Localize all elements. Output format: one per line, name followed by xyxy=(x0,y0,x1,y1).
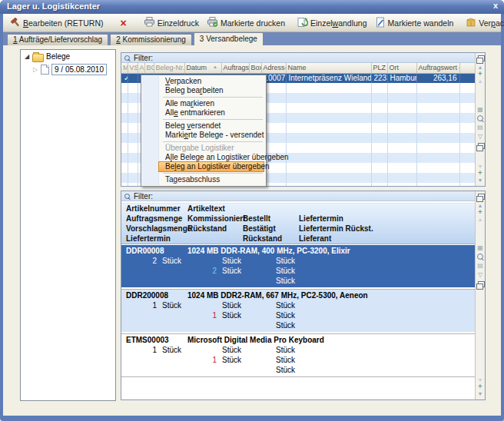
menu-item-alle-entmarkieren[interactable]: Alle entmarkieren xyxy=(142,108,265,118)
col-plz[interactable]: PLZ xyxy=(371,63,387,73)
close-icon[interactable]: x xyxy=(493,1,498,10)
cell-auftragswert: 263,16 xyxy=(416,73,459,83)
tab-kommissionierung[interactable]: 2 Kommissionierung xyxy=(110,34,192,45)
col-name[interactable]: Name xyxy=(286,63,371,73)
unit-label: Stück xyxy=(276,256,295,266)
artikelnummer: DDR00008 xyxy=(126,246,164,256)
menu-separator xyxy=(163,97,263,98)
column-chooser-icon[interactable] xyxy=(478,194,485,200)
scroll-bottom-icon[interactable]: ▼ xyxy=(478,177,483,184)
col-auftrags-nr[interactable]: Auftrags-Nr. xyxy=(221,63,249,73)
col-ort[interactable]: Ort xyxy=(387,63,416,73)
tree-node-label: Belege xyxy=(46,52,70,61)
col-adress-nr[interactable]: Adress-Nr. xyxy=(261,63,286,73)
hdr-liefertermin2: Liefertermin xyxy=(126,234,171,244)
marked-check-icon[interactable]: ✓ xyxy=(121,73,128,83)
append-row-icon[interactable]: + xyxy=(478,383,482,390)
markierte-wandeln-button[interactable]: Markierte wandeln xyxy=(371,15,458,31)
windows-icon[interactable] xyxy=(478,143,485,149)
delete-button[interactable]: × xyxy=(111,17,134,29)
artikelnummer: DDR200008 xyxy=(126,290,168,300)
scroll-up-icon[interactable]: ▲ xyxy=(478,216,483,223)
menu-item-tagesabschluss[interactable]: Tagesabschluss xyxy=(142,175,265,184)
search-icon[interactable] xyxy=(477,115,483,121)
grid-header-row: M VS A BG Beleg-Nr. Datum▲ Auftrags-Nr. … xyxy=(121,63,475,73)
tab-auftraege-liefervorschlag[interactable]: 1 Aufträge/Liefervorschlag xyxy=(7,34,108,45)
cell-extra xyxy=(459,73,475,83)
artikeltext: Microsoft Digital Media Pro Keyboard xyxy=(187,335,324,345)
position-row-ddr200008[interactable]: DDR200008 1024 MB DDR2-RAM, 667 MHz, PC2… xyxy=(121,289,476,332)
unit-label: Stück xyxy=(276,276,295,286)
tree-collapsed-icon[interactable]: ▷ xyxy=(32,66,38,73)
menu-item-verpacken[interactable]: Verpacken xyxy=(142,77,265,86)
detail-filter-row[interactable]: Filter: xyxy=(121,191,476,201)
position-row-etms00003[interactable]: ETMS00003 Microsoft Digital Media Pro Ke… xyxy=(121,333,476,377)
menu-item-beleg-versendet[interactable]: Beleg versendet xyxy=(142,121,265,131)
unit-label: Stück xyxy=(276,365,295,375)
position-list: DDR00008 1024 MB DDR-RAM, 400 MHz, PC-32… xyxy=(121,245,476,399)
hdr-rueckstand: Rückstand xyxy=(187,224,227,234)
auftragsmenge-value: 1 xyxy=(128,300,157,310)
position-row-ddr00008[interactable]: DDR00008 1024 MB DDR-RAM, 400 MHz, PC-32… xyxy=(121,245,476,287)
scroll-bottom-icon[interactable]: ▼ xyxy=(478,390,483,397)
append-row-icon[interactable]: + xyxy=(478,170,482,177)
positions-detail-panel: Filter: Artikelnummer Artikeltext Auftra… xyxy=(121,191,486,400)
menu-item-alle-markieren[interactable]: Alle markieren xyxy=(142,99,265,108)
hdr-vorschlagsmenge: Vorschlagsmenge xyxy=(126,224,191,234)
unit-label: Stück xyxy=(276,300,295,310)
filter-label: Filter: xyxy=(134,54,153,62)
einzeldruck-button[interactable]: Einzeldruck xyxy=(140,15,203,30)
col-bg[interactable]: BG xyxy=(144,63,154,73)
grid-side-toolbar: ▲ + ▲ ▦ ▤ ▽ ▼ + ▼ xyxy=(475,53,485,186)
cell-ort: Hamburg xyxy=(387,73,416,83)
col-datum[interactable]: Datum▲ xyxy=(184,63,221,73)
menu-item-beleg-bearbeiten[interactable]: Beleg bearbeiten xyxy=(142,86,265,95)
filter-icon[interactable]: ▽ xyxy=(478,133,482,140)
filter-magnifier-icon xyxy=(124,194,130,199)
grid-view-icon[interactable]: ▦ xyxy=(477,106,483,113)
auftragsmenge-value: 2 xyxy=(128,256,157,266)
filter-icon[interactable]: ▽ xyxy=(478,271,482,278)
col-vs[interactable]: VS xyxy=(128,63,138,73)
grid-view-icon[interactable]: ▦ xyxy=(477,244,483,251)
col-m[interactable]: M xyxy=(121,63,128,73)
hdr-auftragsmenge: Auftragsmenge xyxy=(126,214,182,224)
unit-label: Stück xyxy=(222,300,241,310)
add-row-icon[interactable]: + xyxy=(478,209,482,216)
tree-expanded-icon[interactable]: ◢ xyxy=(24,53,30,60)
unit-label: Stück xyxy=(276,320,295,330)
tree-node-label: 9 / 05.08.2010 xyxy=(51,64,107,75)
hdr-liefertermin: Liefertermin xyxy=(299,214,343,224)
col-beleg-nr[interactable]: Beleg-Nr. xyxy=(154,63,184,73)
scroll-up-icon[interactable]: ▲ xyxy=(478,78,483,85)
tree-node-belege[interactable]: ◢ Belege xyxy=(21,50,115,63)
markierte-drucken-button[interactable]: Markierte drucken xyxy=(203,15,289,30)
hdr-rueckstand2: Rückstand xyxy=(243,234,282,244)
artikelnummer: ETMS00003 xyxy=(126,335,169,345)
tree-node-document[interactable]: ▷ 9 / 05.08.2010 xyxy=(21,63,115,76)
grid-filter-row[interactable]: Filter: xyxy=(121,53,476,63)
menu-separator xyxy=(163,173,263,174)
hdr-liefertermin-rueckst: Liefertermin Rückst. xyxy=(299,224,373,234)
add-row-icon[interactable]: + xyxy=(478,71,482,78)
verpacken-button[interactable]: Verpacken xyxy=(462,15,504,31)
tab-versandbelege[interactable]: 3 Versandbelege xyxy=(194,32,264,45)
detail-header-block: Artikelnummer Artikeltext Auftragsmenge … xyxy=(121,203,476,244)
titlebar[interactable]: Lager u. Logistikcenter x xyxy=(0,0,504,14)
unit-label: Stück xyxy=(162,345,181,355)
column-chooser-icon[interactable] xyxy=(478,55,485,61)
menu-item-markierte-belege-versendet[interactable]: Markierte Belege - versendet xyxy=(142,131,265,140)
search-icon[interactable] xyxy=(477,254,483,260)
col-box[interactable]: Box xyxy=(249,63,261,73)
bearbeiten-button[interactable]: Bearbeiten (RETURN) xyxy=(6,15,107,31)
col-auftragswert[interactable]: Auftragswert € xyxy=(416,63,459,73)
menu-item-beleg-an-logistiker[interactable]: Beleg an Logistiker übergeben xyxy=(142,162,265,171)
screen: Lager u. Logistikcenter x Bearbeiten (RE… xyxy=(0,0,504,421)
col-a[interactable]: A xyxy=(138,63,144,73)
list-view-icon[interactable]: ▤ xyxy=(477,124,483,131)
app-window: Lager u. Logistikcenter x Bearbeiten (RE… xyxy=(0,0,504,421)
context-menu: Verpacken Beleg bearbeiten Alle markiere… xyxy=(141,75,267,187)
einzelwandlung-button[interactable]: Einzelwandlung xyxy=(293,15,371,31)
windows-icon[interactable] xyxy=(478,281,485,287)
list-view-icon[interactable]: ▤ xyxy=(477,262,483,269)
